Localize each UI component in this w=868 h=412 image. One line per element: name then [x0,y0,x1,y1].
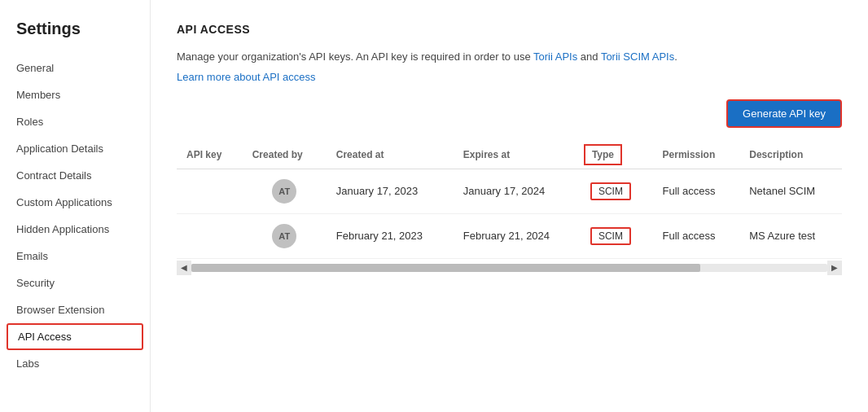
sidebar-item-labs[interactable]: Labs [0,350,150,377]
cell-description: MS Azure test [739,213,842,258]
cell-created-at: January 17, 2023 [327,169,454,213]
section-title: API ACCESS [177,23,842,36]
avatar: AT [272,179,296,204]
sidebar-item-emails[interactable]: Emails [0,243,150,270]
top-bar: Generate API key [177,99,842,128]
cell-expires-at: January 17, 2024 [454,169,581,213]
sidebar-item-members[interactable]: Members [0,81,150,108]
sidebar-item-hidden-applications[interactable]: Hidden Applications [0,216,150,243]
scroll-thumb[interactable] [191,264,700,272]
col-header-api-key: API key [177,141,243,169]
cell-type: SCIM [581,213,653,258]
torii-scim-apis-link[interactable]: Torii SCIM APIs [601,50,674,63]
col-header-description: Description [739,141,842,169]
cell-type: SCIM [581,169,653,213]
horizontal-scrollbar[interactable]: ◀ ▶ [177,261,842,275]
scroll-track[interactable] [191,264,827,272]
cell-description: Netanel SCIM [739,169,842,213]
table-header-row: API key Created by Created at Expires at… [177,141,842,169]
col-header-created-at: Created at [327,141,454,169]
cell-permission: Full access [653,169,740,213]
col-header-permission: Permission [653,141,740,169]
api-keys-table: API key Created by Created at Expires at… [177,141,842,259]
sidebar-item-custom-applications[interactable]: Custom Applications [0,189,150,216]
cell-expires-at: February 21, 2024 [454,213,581,258]
cell-created-at: February 21, 2023 [327,213,454,258]
api-keys-table-wrapper: API key Created by Created at Expires at… [177,141,842,275]
sidebar-item-security[interactable]: Security [0,270,150,296]
col-header-type: Type [581,141,653,169]
sidebar-item-application-details[interactable]: Application Details [0,135,150,162]
sidebar-item-contract-details[interactable]: Contract Details [0,162,150,189]
learn-more-link[interactable]: Learn more about API access [177,71,316,83]
sidebar-item-roles[interactable]: Roles [0,108,150,135]
sidebar-item-general[interactable]: General [0,55,150,81]
settings-title: Settings [0,13,150,55]
main-content: API ACCESS Manage your organization's AP… [151,0,868,412]
scroll-left-arrow[interactable]: ◀ [177,261,191,275]
scroll-right-arrow[interactable]: ▶ [827,261,842,275]
cell-api-key [177,213,243,258]
cell-created-by: AT [243,169,327,213]
cell-api-key [177,169,243,213]
col-header-created-by: Created by [243,141,327,169]
col-header-expires-at: Expires at [454,141,581,169]
generate-api-key-button[interactable]: Generate API key [726,99,842,128]
torii-apis-link[interactable]: Torii APIs [533,50,577,63]
cell-created-by: AT [243,213,327,258]
cell-permission: Full access [653,213,740,258]
api-description: Manage your organization's API keys. An … [177,49,842,66]
sidebar-item-api-access[interactable]: API Access [7,323,143,350]
avatar: AT [272,224,296,248]
sidebar: Settings General Members Roles Applicati… [0,0,151,412]
table-row: ATFebruary 21, 2023February 21, 2024SCIM… [177,213,842,258]
sidebar-item-browser-extension[interactable]: Browser Extension [0,296,150,323]
table-row: ATJanuary 17, 2023January 17, 2024SCIMFu… [177,169,842,213]
